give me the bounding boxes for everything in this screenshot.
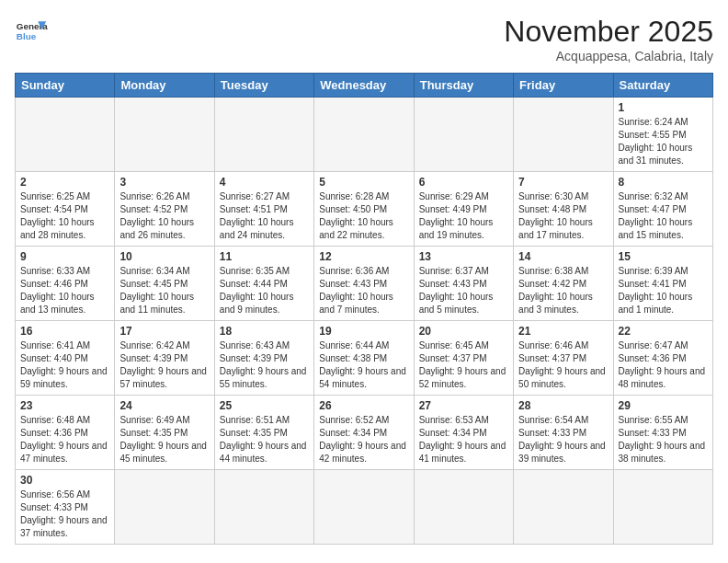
logo-icon: General Blue bbox=[15, 15, 48, 48]
day-number: 10 bbox=[119, 250, 209, 263]
table-row bbox=[115, 470, 214, 545]
table-row: 25Sunrise: 6:51 AM Sunset: 4:35 PM Dayli… bbox=[214, 396, 313, 470]
day-number: 9 bbox=[20, 250, 109, 263]
day-info: Sunrise: 6:55 AM Sunset: 4:33 PM Dayligh… bbox=[619, 414, 708, 465]
day-number: 21 bbox=[518, 325, 608, 338]
day-number: 7 bbox=[518, 176, 608, 189]
day-number: 11 bbox=[220, 250, 309, 263]
table-row: 5Sunrise: 6:28 AM Sunset: 4:50 PM Daylig… bbox=[314, 172, 414, 247]
day-info: Sunrise: 6:30 AM Sunset: 4:48 PM Dayligh… bbox=[518, 190, 608, 242]
table-row bbox=[314, 470, 414, 545]
table-row: 3Sunrise: 6:26 AM Sunset: 4:52 PM Daylig… bbox=[115, 172, 214, 247]
calendar-row-4: 16Sunrise: 6:41 AM Sunset: 4:40 PM Dayli… bbox=[16, 321, 713, 396]
day-number: 8 bbox=[619, 176, 708, 189]
table-row: 22Sunrise: 6:47 AM Sunset: 4:36 PM Dayli… bbox=[613, 321, 712, 396]
table-row: 23Sunrise: 6:48 AM Sunset: 4:36 PM Dayli… bbox=[16, 396, 115, 470]
day-info: Sunrise: 6:52 AM Sunset: 4:34 PM Dayligh… bbox=[319, 414, 408, 465]
table-row: 17Sunrise: 6:42 AM Sunset: 4:39 PM Dayli… bbox=[115, 321, 214, 396]
calendar-table: Sunday Monday Tuesday Wednesday Thursday… bbox=[15, 73, 713, 545]
table-row: 29Sunrise: 6:55 AM Sunset: 4:33 PM Dayli… bbox=[613, 396, 712, 470]
table-row: 21Sunrise: 6:46 AM Sunset: 4:37 PM Dayli… bbox=[514, 321, 613, 396]
day-number: 17 bbox=[119, 325, 209, 338]
day-number: 6 bbox=[419, 176, 508, 189]
day-number: 30 bbox=[20, 474, 109, 487]
table-row: 16Sunrise: 6:41 AM Sunset: 4:40 PM Dayli… bbox=[16, 321, 115, 396]
table-row: 11Sunrise: 6:35 AM Sunset: 4:44 PM Dayli… bbox=[214, 247, 313, 321]
table-row: 26Sunrise: 6:52 AM Sunset: 4:34 PM Dayli… bbox=[314, 396, 414, 470]
table-row: 4Sunrise: 6:27 AM Sunset: 4:51 PM Daylig… bbox=[214, 172, 313, 247]
calendar-title: November 2025 bbox=[504, 15, 713, 49]
day-info: Sunrise: 6:29 AM Sunset: 4:49 PM Dayligh… bbox=[419, 190, 508, 242]
day-number: 27 bbox=[419, 399, 508, 412]
table-row: 2Sunrise: 6:25 AM Sunset: 4:54 PM Daylig… bbox=[16, 172, 115, 247]
calendar-row-5: 23Sunrise: 6:48 AM Sunset: 4:36 PM Dayli… bbox=[16, 396, 713, 470]
day-number: 14 bbox=[518, 250, 608, 263]
day-number: 5 bbox=[319, 176, 408, 189]
day-number: 25 bbox=[220, 399, 309, 412]
day-number: 16 bbox=[20, 325, 109, 338]
day-number: 24 bbox=[119, 399, 209, 412]
table-row: 1Sunrise: 6:24 AM Sunset: 4:55 PM Daylig… bbox=[613, 98, 712, 172]
day-info: Sunrise: 6:54 AM Sunset: 4:33 PM Dayligh… bbox=[518, 414, 608, 465]
calendar-row-1: 1Sunrise: 6:24 AM Sunset: 4:55 PM Daylig… bbox=[16, 98, 713, 172]
day-info: Sunrise: 6:26 AM Sunset: 4:52 PM Dayligh… bbox=[119, 190, 209, 242]
day-number: 26 bbox=[319, 399, 408, 412]
day-info: Sunrise: 6:42 AM Sunset: 4:39 PM Dayligh… bbox=[119, 339, 209, 391]
day-info: Sunrise: 6:34 AM Sunset: 4:45 PM Dayligh… bbox=[119, 265, 209, 316]
day-info: Sunrise: 6:37 AM Sunset: 4:43 PM Dayligh… bbox=[419, 265, 508, 316]
day-number: 20 bbox=[419, 325, 508, 338]
table-row bbox=[613, 470, 712, 545]
day-info: Sunrise: 6:39 AM Sunset: 4:41 PM Dayligh… bbox=[619, 265, 708, 316]
day-info: Sunrise: 6:32 AM Sunset: 4:47 PM Dayligh… bbox=[619, 190, 708, 242]
day-info: Sunrise: 6:35 AM Sunset: 4:44 PM Dayligh… bbox=[220, 265, 309, 316]
header-thursday: Thursday bbox=[414, 74, 513, 98]
table-row: 6Sunrise: 6:29 AM Sunset: 4:49 PM Daylig… bbox=[414, 172, 513, 247]
header-tuesday: Tuesday bbox=[214, 74, 313, 98]
day-info: Sunrise: 6:41 AM Sunset: 4:40 PM Dayligh… bbox=[20, 339, 109, 391]
table-row: 19Sunrise: 6:44 AM Sunset: 4:38 PM Dayli… bbox=[314, 321, 414, 396]
table-row: 10Sunrise: 6:34 AM Sunset: 4:45 PM Dayli… bbox=[115, 247, 214, 321]
day-number: 22 bbox=[619, 325, 708, 338]
day-info: Sunrise: 6:33 AM Sunset: 4:46 PM Dayligh… bbox=[20, 265, 109, 316]
day-info: Sunrise: 6:28 AM Sunset: 4:50 PM Dayligh… bbox=[319, 190, 408, 242]
table-row bbox=[115, 98, 214, 172]
day-number: 28 bbox=[518, 399, 608, 412]
logo: General Blue bbox=[15, 15, 48, 48]
day-info: Sunrise: 6:53 AM Sunset: 4:34 PM Dayligh… bbox=[419, 414, 508, 465]
header-saturday: Saturday bbox=[613, 74, 712, 98]
table-row: 14Sunrise: 6:38 AM Sunset: 4:42 PM Dayli… bbox=[514, 247, 613, 321]
day-info: Sunrise: 6:38 AM Sunset: 4:42 PM Dayligh… bbox=[518, 265, 608, 316]
day-number: 13 bbox=[419, 250, 508, 263]
day-info: Sunrise: 6:27 AM Sunset: 4:51 PM Dayligh… bbox=[220, 190, 309, 242]
day-info: Sunrise: 6:49 AM Sunset: 4:35 PM Dayligh… bbox=[119, 414, 209, 465]
table-row bbox=[514, 98, 613, 172]
calendar-row-3: 9Sunrise: 6:33 AM Sunset: 4:46 PM Daylig… bbox=[16, 247, 713, 321]
day-info: Sunrise: 6:25 AM Sunset: 4:54 PM Dayligh… bbox=[20, 190, 109, 242]
day-info: Sunrise: 6:48 AM Sunset: 4:36 PM Dayligh… bbox=[20, 414, 109, 465]
calendar-row-2: 2Sunrise: 6:25 AM Sunset: 4:54 PM Daylig… bbox=[16, 172, 713, 247]
table-row: 28Sunrise: 6:54 AM Sunset: 4:33 PM Dayli… bbox=[514, 396, 613, 470]
page-header: General Blue November 2025 Acquappesa, C… bbox=[15, 15, 713, 63]
day-number: 12 bbox=[319, 250, 408, 263]
calendar-row-6: 30Sunrise: 6:56 AM Sunset: 4:33 PM Dayli… bbox=[16, 470, 713, 545]
table-row bbox=[414, 470, 513, 545]
day-number: 2 bbox=[20, 176, 109, 189]
day-info: Sunrise: 6:46 AM Sunset: 4:37 PM Dayligh… bbox=[518, 339, 608, 391]
table-row: 13Sunrise: 6:37 AM Sunset: 4:43 PM Dayli… bbox=[414, 247, 513, 321]
table-row: 30Sunrise: 6:56 AM Sunset: 4:33 PM Dayli… bbox=[16, 470, 115, 545]
header-wednesday: Wednesday bbox=[314, 74, 414, 98]
day-number: 15 bbox=[619, 250, 708, 263]
table-row: 18Sunrise: 6:43 AM Sunset: 4:39 PM Dayli… bbox=[214, 321, 313, 396]
day-number: 3 bbox=[119, 176, 209, 189]
table-row: 27Sunrise: 6:53 AM Sunset: 4:34 PM Dayli… bbox=[414, 396, 513, 470]
day-info: Sunrise: 6:36 AM Sunset: 4:43 PM Dayligh… bbox=[319, 265, 408, 316]
day-number: 1 bbox=[619, 101, 708, 114]
day-info: Sunrise: 6:51 AM Sunset: 4:35 PM Dayligh… bbox=[220, 414, 309, 465]
header-row: Sunday Monday Tuesday Wednesday Thursday… bbox=[16, 74, 713, 98]
table-row bbox=[214, 470, 313, 545]
table-row bbox=[314, 98, 414, 172]
day-number: 19 bbox=[319, 325, 408, 338]
table-row bbox=[414, 98, 513, 172]
day-number: 23 bbox=[20, 399, 109, 412]
day-number: 29 bbox=[619, 399, 708, 412]
